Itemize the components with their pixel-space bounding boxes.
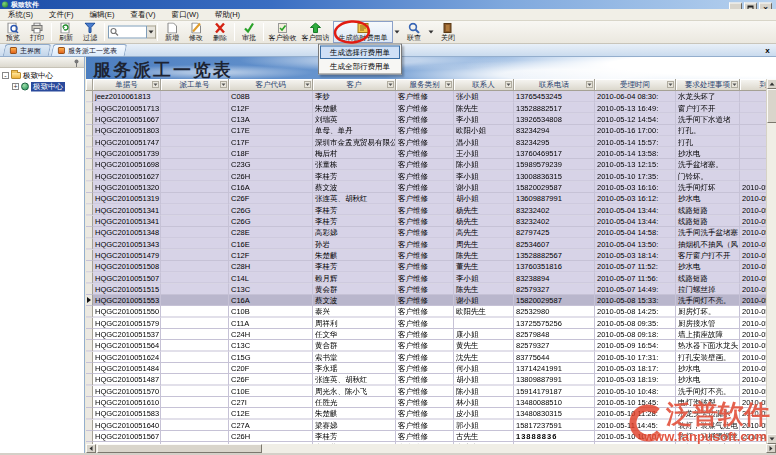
table-row[interactable]: HQGC2010051564C13C黄合群客户维修黄先生825793272010… bbox=[86, 340, 766, 351]
cell: HQGC2010051564 bbox=[93, 340, 161, 351]
table-row[interactable]: HQGC2010051667C13A刘瑞英客户维修李小姐139265348082… bbox=[86, 114, 766, 125]
combo-dropdown-icon[interactable] bbox=[147, 26, 156, 39]
table-row[interactable]: HQGC2010051348C28E高彩娣客户维修高先生827974252010… bbox=[86, 227, 766, 238]
cell: 李桂芳 bbox=[313, 261, 396, 272]
menu-item-1[interactable]: 系统(S) bbox=[3, 10, 38, 20]
approve-icon bbox=[243, 23, 255, 34]
column-header-7[interactable]: 联系电话 bbox=[514, 79, 595, 91]
column-header-5[interactable]: 服务类别 bbox=[396, 79, 454, 91]
column-header-9[interactable]: 要求处理事项 bbox=[676, 79, 740, 91]
table-row[interactable]: HQGC2010051508C28H李桂芳客户维修董先生137603518162… bbox=[86, 261, 766, 272]
cell: C24H bbox=[229, 329, 313, 340]
column-header-1[interactable]: 单据号 bbox=[93, 79, 161, 91]
tree-node-2[interactable]: +极致中心 bbox=[0, 81, 84, 92]
column-filter-icon[interactable] bbox=[387, 81, 394, 88]
horizontal-scrollbar[interactable] bbox=[86, 444, 776, 453]
cell: 15914179187 bbox=[514, 386, 595, 397]
cell: 线路短路 bbox=[676, 204, 740, 215]
table-row[interactable]: HQGC2010051320C16A蔡文波客户维修谢小姐158200295872… bbox=[86, 182, 766, 193]
column-filter-icon[interactable] bbox=[220, 81, 227, 88]
toolbar-button-refresh[interactable]: 刷新 bbox=[55, 22, 77, 43]
table-row[interactable]: HQGC2010051610C27I任胜光客户维修林小姐134800885102… bbox=[86, 397, 766, 408]
table-row[interactable]: HQGC2010051479C12F朱楚麒客户维修陈先生135288825672… bbox=[86, 250, 766, 261]
dropdown-arrow-icon[interactable] bbox=[427, 22, 435, 42]
table-row[interactable]: HQGC2010051484C20F李永瑶客户维修何小姐137142419912… bbox=[86, 363, 766, 374]
cell: 2010-05-03 18:28: bbox=[740, 363, 766, 374]
table-row[interactable]: HQGC2010051487C26F张连英、胡秋红客户维修胡小姐13809887… bbox=[86, 374, 766, 385]
column-header-3[interactable]: 客户代码 bbox=[229, 79, 313, 91]
toolbar-button-close[interactable]: 关闭 bbox=[437, 22, 459, 43]
table-row[interactable]: HQGC2010051341C26G李桂芳客户维修杨先生832324022010… bbox=[86, 216, 766, 227]
pin-icon[interactable] bbox=[73, 59, 80, 67]
column-filter-icon[interactable] bbox=[304, 81, 311, 88]
cell: C14L bbox=[229, 272, 313, 283]
table-row[interactable]: HQGC2010051624C15G索书堂客户维修沈先生837756442010… bbox=[86, 352, 766, 363]
table-row[interactable]: HQGC2010051747C17F深圳市金孟克贸易有限公客户维修温小姐8323… bbox=[86, 136, 766, 147]
toolbar-button-followup[interactable]: 客户回访 bbox=[300, 22, 331, 43]
table-row[interactable]: HQGC2010051579C11A周祥利客户维修137255752562010… bbox=[86, 318, 766, 329]
menu-item-2[interactable]: 文件(F) bbox=[44, 10, 79, 20]
toolbar-button-edit[interactable]: 修改 bbox=[185, 22, 207, 43]
cell: 抄水电 bbox=[676, 363, 740, 374]
column-header-6[interactable]: 联系人 bbox=[454, 79, 514, 91]
table-row[interactable]: HQGC2010051739C18F梅后村客户维修王小姐137604695172… bbox=[86, 148, 766, 159]
menu-item-5[interactable]: 窗口(W) bbox=[167, 10, 204, 20]
table-row[interactable]: HQGC2010051515C13C黄会群客户维修陈先生825793272010… bbox=[86, 284, 766, 295]
expand-icon[interactable]: + bbox=[12, 83, 19, 90]
table-row[interactable]: HQGC2010051713C12F朱楚麒客户维修陈先生135288825172… bbox=[86, 102, 766, 113]
toolbar-button-query[interactable]: 联查 bbox=[403, 22, 425, 43]
table-row[interactable]: HQGC2010051567C26H李桂芳客户维修古先生138888362010… bbox=[86, 431, 766, 442]
table-row[interactable]: HQGC2010051537C24H任文华客户维修康小姐825798482010… bbox=[86, 329, 766, 340]
toolbar-button-add[interactable]: 新增 bbox=[161, 22, 183, 43]
vertical-scrollbar[interactable] bbox=[766, 79, 776, 444]
menu-item-3[interactable]: 编辑(E) bbox=[85, 10, 120, 20]
cell: C28H bbox=[229, 261, 313, 272]
menu-item-4[interactable]: 查看(V) bbox=[126, 10, 161, 20]
column-filter-icon[interactable] bbox=[505, 81, 512, 88]
column-filter-icon[interactable] bbox=[731, 81, 738, 88]
tab-close-icon[interactable]: x bbox=[762, 45, 773, 56]
table-row[interactable]: HQGC2010051550C10B泰兴客户维修欧阳先生825329802010… bbox=[86, 306, 766, 317]
cell: 2010-05-03 16:16: bbox=[595, 182, 676, 193]
collapse-icon[interactable]: - bbox=[2, 72, 9, 79]
cell: 朱楚麒 bbox=[313, 408, 396, 419]
column-filter-icon[interactable] bbox=[586, 81, 593, 88]
table-row[interactable]: HQGC2010051553C16A蔡文波客户维修谢小姐158200295872… bbox=[86, 295, 766, 306]
search-input[interactable] bbox=[108, 26, 147, 39]
table-row[interactable]: HQGC2010051341C26G李桂芳客户维修杨先生832324022010… bbox=[86, 204, 766, 215]
table-row[interactable]: HQGC2010051570C10E周光永、陈小飞客户维修陈小姐15914179… bbox=[86, 386, 766, 397]
tab-dispatch-list[interactable]: 服务派工一览表 bbox=[51, 44, 128, 56]
toolbar-button-approve[interactable]: 审批 bbox=[238, 22, 260, 43]
column-filter-icon[interactable] bbox=[152, 81, 159, 88]
toolbar-button-delete[interactable]: 删除 bbox=[209, 22, 231, 43]
menu-item-generate-selected-rows[interactable]: 生成选择行费用单 bbox=[320, 46, 400, 60]
dropdown-arrow-icon[interactable] bbox=[393, 22, 401, 42]
column-filter-icon[interactable] bbox=[445, 81, 452, 88]
toolbar-button-print[interactable]: 打印 bbox=[26, 22, 48, 43]
toolbar-button-fee-form[interactable]: 生成临时费用单 bbox=[333, 21, 393, 43]
column-header-2[interactable]: 派工单号 bbox=[161, 79, 229, 91]
tree-node-1[interactable]: -极致中心 bbox=[0, 70, 84, 81]
table-row[interactable]: HQGC2010051343C16E孙岩客户维修周先生825346072010-… bbox=[86, 238, 766, 249]
menu-item-6[interactable]: 帮助(H) bbox=[210, 10, 245, 20]
table-row[interactable]: HQGC2010051627C26H李桂芳客户维修李小姐130088363152… bbox=[86, 170, 766, 181]
column-header-4[interactable]: 客户 bbox=[313, 79, 396, 91]
table-row[interactable]: HQGC2010051319C26F张连英、胡秋红客户维修胡小姐13609887… bbox=[86, 193, 766, 204]
toolbar-button-preview[interactable]: 预览 bbox=[2, 22, 24, 43]
menu-item-generate-all-rows[interactable]: 生成全部行费用单 bbox=[320, 60, 400, 74]
table-row[interactable]: jeez2010061813C08B李炒客户维修张小姐1376545324520… bbox=[86, 91, 766, 102]
toolbar-button-filter[interactable]: 过滤 bbox=[79, 22, 101, 43]
column-header-8[interactable]: 受理时间 bbox=[595, 79, 676, 91]
toolbar-button-acceptance[interactable]: 客户验收 bbox=[267, 22, 298, 43]
table-row[interactable]: HQGC2010051640C27A梁赛娣客户维修郭小姐158172375912… bbox=[86, 420, 766, 431]
table-row[interactable]: HQGC2010051803C17E单母、单丹客户维修欧阳小姐832342942… bbox=[86, 125, 766, 136]
add-icon bbox=[166, 23, 178, 34]
table-row[interactable]: HQGC2010051583C12E朱楚麒客户维修皮小姐134808303152… bbox=[86, 408, 766, 419]
cell: 13725575256 bbox=[514, 318, 595, 329]
table-row[interactable]: HQGC2010051698C23G张童栋客户维修陈小姐159895792392… bbox=[86, 159, 766, 170]
search-combo[interactable] bbox=[108, 26, 156, 39]
column-filter-icon[interactable] bbox=[667, 81, 674, 88]
tab-main[interactable]: 主界面 bbox=[3, 44, 52, 56]
table-row[interactable]: HQGC2010051507C14L赖月辉客户维修李小姐832388942010… bbox=[86, 272, 766, 283]
cell: C13C bbox=[229, 340, 313, 351]
